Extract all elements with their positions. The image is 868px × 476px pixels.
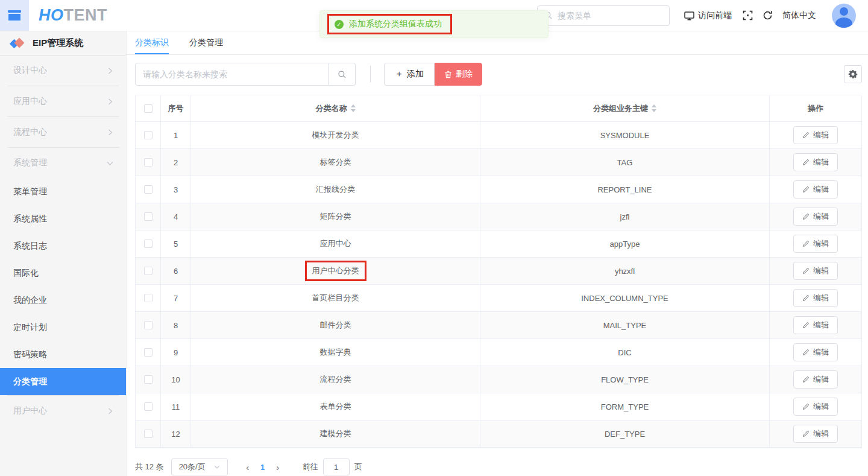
prev-page-button[interactable]: ‹ — [241, 459, 254, 475]
edit-button[interactable]: 编辑 — [793, 316, 838, 334]
edit-button[interactable]: 编辑 — [793, 126, 838, 144]
menu-search-input[interactable] — [558, 11, 667, 21]
table-row: 6用户中心分类yhzxfl编辑 — [136, 258, 861, 285]
search-icon — [338, 70, 347, 79]
sidebar-group-flow-center[interactable]: 流程中心 — [0, 117, 126, 147]
sidebar-item-system-properties[interactable]: 系统属性 — [0, 205, 126, 232]
category-table: 序号 分类名称 分类组业务主键 操作 1模块开发分类SYSMODULE编辑2标签… — [135, 95, 862, 448]
row-name-text: 标签分类 — [320, 157, 351, 168]
tab-category-management[interactable]: 分类管理 — [189, 31, 223, 54]
row-checkbox[interactable] — [144, 131, 153, 139]
sidebar-group-user-center[interactable]: 用户中心 — [0, 396, 126, 426]
page-number-1[interactable]: 1 — [254, 463, 271, 472]
row-key: DEF_TYPE — [480, 420, 770, 447]
edit-button[interactable]: 编辑 — [793, 289, 838, 307]
edit-pencil-icon — [802, 376, 810, 383]
row-key: INDEX_COLUMN_TYPE — [480, 285, 770, 311]
sort-caret-icon[interactable] — [351, 104, 356, 112]
monitor-icon — [684, 11, 694, 21]
language-switcher[interactable]: 简体中文 — [782, 10, 816, 21]
sidebar-group-label: 流程中心 — [13, 127, 47, 138]
table-row: 3汇报线分类REPORT_LINE编辑 — [136, 176, 861, 203]
sidebar-collapse-button[interactable] — [0, 0, 29, 31]
visit-frontend-label: 访问前端 — [698, 10, 732, 21]
row-checkbox[interactable] — [144, 402, 153, 411]
visit-frontend-button[interactable]: 访问前端 — [684, 10, 732, 21]
toolbar: ＋添加 删除 — [127, 55, 868, 94]
row-checkbox[interactable] — [144, 294, 153, 302]
fullscreen-button[interactable] — [743, 10, 753, 21]
user-avatar[interactable] — [832, 4, 856, 28]
row-checkbox[interactable] — [144, 321, 153, 329]
goto-page-input[interactable] — [323, 459, 350, 475]
table-row: 2标签分类TAG编辑 — [136, 149, 861, 176]
sidebar-item-system-logs[interactable]: 系统日志 — [0, 232, 126, 259]
column-settings-button[interactable] — [844, 65, 862, 83]
row-name: 邮件分类 — [191, 312, 480, 338]
main-content: 分类标识 分类管理 ＋添加 — [127, 31, 868, 476]
sidebar-item-internationalization[interactable]: 国际化 — [0, 259, 126, 287]
edit-button-label: 编辑 — [813, 293, 829, 303]
table-body: 1模块开发分类SYSMODULE编辑2标签分类TAG编辑3汇报线分类REPORT… — [136, 122, 861, 448]
header-name: 分类名称 — [191, 95, 480, 121]
sidebar-item-scheduled-plans[interactable]: 定时计划 — [0, 314, 126, 341]
row-index: 4 — [161, 203, 191, 230]
row-action-cell: 编辑 — [770, 285, 861, 311]
row-index: 3 — [161, 176, 191, 203]
edit-button[interactable]: 编辑 — [793, 153, 838, 171]
pagination-bar: 共 12 条 20条/页 ‹ 1 › 前往 页 — [127, 448, 868, 476]
edit-button[interactable]: 编辑 — [793, 208, 838, 226]
row-action-cell: 编辑 — [770, 203, 861, 230]
select-all-checkbox[interactable] — [144, 104, 153, 113]
category-search-input[interactable] — [135, 63, 329, 86]
sidebar-group-system-management[interactable]: 系统管理 — [0, 148, 126, 178]
table-row: 8邮件分类MAIL_TYPE编辑 — [136, 312, 861, 339]
add-button[interactable]: ＋添加 — [384, 63, 435, 86]
row-checkbox[interactable] — [144, 348, 153, 357]
category-search-button[interactable] — [329, 63, 356, 86]
refresh-button[interactable] — [763, 10, 773, 21]
edit-button-label: 编辑 — [813, 184, 829, 195]
edit-button[interactable]: 编辑 — [793, 425, 838, 443]
sidebar-group-app-center[interactable]: 应用中心 — [0, 86, 126, 116]
edit-button[interactable]: 编辑 — [793, 398, 838, 416]
edit-pencil-icon — [802, 159, 810, 166]
row-select-cell — [136, 176, 161, 203]
annotation-box-toast: ✓ 添加系统分类组值表成功 — [327, 14, 452, 34]
edit-button[interactable]: 编辑 — [793, 180, 838, 198]
sort-caret-icon[interactable] — [652, 104, 656, 112]
edit-pencil-icon — [802, 240, 810, 247]
edit-button[interactable]: 编辑 — [793, 262, 838, 280]
row-key: SYSMODULE — [480, 122, 770, 148]
row-checkbox[interactable] — [144, 240, 153, 248]
delete-button[interactable]: 删除 — [435, 63, 482, 86]
edit-pencil-icon — [802, 430, 810, 437]
edit-button[interactable]: 编辑 — [793, 370, 838, 389]
sidebar-group-design-center[interactable]: 设计中心 — [0, 56, 126, 86]
sidebar-item-category-management[interactable]: 分类管理 — [0, 368, 126, 395]
row-select-cell — [136, 312, 161, 338]
row-action-cell: 编辑 — [770, 339, 861, 366]
page-size-select[interactable]: 20条/页 — [171, 459, 228, 475]
tab-category-identifier[interactable]: 分类标识 — [135, 31, 169, 54]
row-checkbox[interactable] — [144, 375, 153, 384]
row-key: TAG — [480, 149, 770, 176]
row-checkbox[interactable] — [144, 430, 153, 438]
sidebar-item-label: 分类管理 — [13, 376, 47, 387]
edit-button[interactable]: 编辑 — [793, 343, 838, 361]
row-key: yhzxfl — [480, 258, 770, 284]
row-checkbox[interactable] — [144, 158, 153, 167]
sidebar-item-password-policy[interactable]: 密码策略 — [0, 341, 126, 368]
language-label: 简体中文 — [782, 10, 816, 21]
row-checkbox[interactable] — [144, 185, 153, 194]
sidebar-item-menu-management[interactable]: 菜单管理 — [0, 178, 126, 205]
page-unit-label: 页 — [354, 462, 362, 472]
table-row: 12建模分类DEF_TYPE编辑 — [136, 420, 861, 448]
row-checkbox[interactable] — [144, 267, 153, 275]
row-select-cell — [136, 258, 161, 284]
table-row: 7首页栏目分类INDEX_COLUMN_TYPE编辑 — [136, 285, 861, 312]
row-checkbox[interactable] — [144, 212, 153, 221]
sidebar-item-my-enterprise[interactable]: 我的企业 — [0, 287, 126, 314]
edit-button[interactable]: 编辑 — [793, 235, 838, 253]
next-page-button[interactable]: › — [271, 459, 285, 475]
